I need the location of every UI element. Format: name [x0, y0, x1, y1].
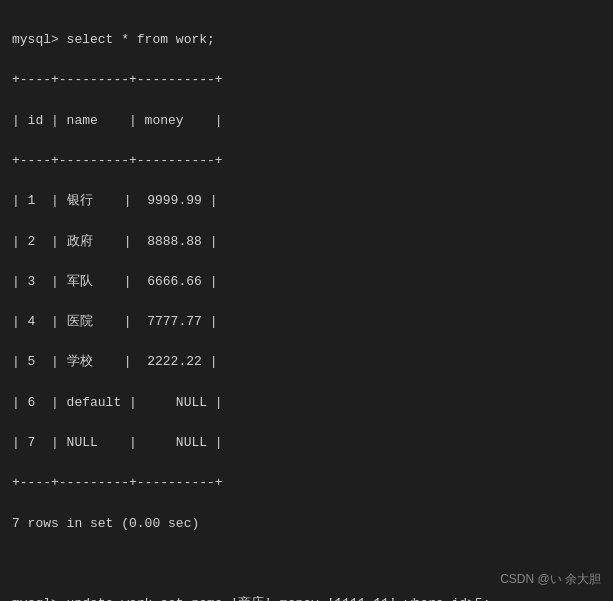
block1-sep2: +----+---------+----------+	[12, 153, 223, 168]
block2-prompt: mysql> update work set name='商店',money='…	[12, 596, 490, 601]
block1-prompt: mysql> select * from work;	[12, 32, 215, 47]
block1-row-6: | 7 | NULL | NULL |	[12, 435, 223, 450]
block1-sep3: +----+---------+----------+	[12, 475, 223, 490]
terminal-output: mysql> select * from work; +----+-------…	[12, 10, 601, 601]
block1-sep1: +----+---------+----------+	[12, 72, 223, 87]
block1-header: | id | name | money |	[12, 113, 223, 128]
block1-row-5: | 6 | default | NULL |	[12, 395, 223, 410]
block1-result: 7 rows in set (0.00 sec)	[12, 516, 199, 531]
block1-row-0: | 1 | 银行 | 9999.99 |	[12, 193, 217, 208]
watermark: CSDN @い 余大胆	[500, 570, 601, 589]
block1-row-2: | 3 | 军队 | 6666.66 |	[12, 274, 217, 289]
block1-row-1: | 2 | 政府 | 8888.88 |	[12, 234, 217, 249]
block1-row-4: | 5 | 学校 | 2222.22 |	[12, 354, 217, 369]
block1-row-3: | 4 | 医院 | 7777.77 |	[12, 314, 217, 329]
